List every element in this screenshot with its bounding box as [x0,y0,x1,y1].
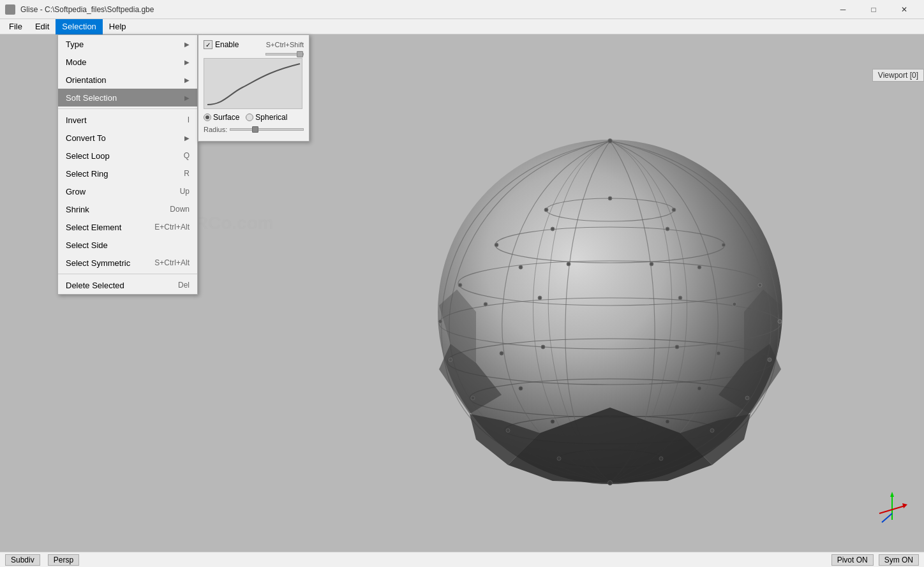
radius-slider-thumb[interactable] [252,126,258,133]
svg-point-24 [438,320,442,323]
enable-row: ✓ Enable S+Ctrl+Shift [204,40,304,49]
menu-orientation-label: Orientation [66,75,107,85]
menu-help[interactable]: Help [103,19,133,34]
menu-select-element[interactable]: Select Element E+Ctrl+Alt [58,218,197,236]
svg-point-42 [551,420,555,423]
radio-spherical[interactable]: Spherical [246,113,287,122]
close-button[interactable]: ✕ [890,0,919,19]
menu-convert-to-label: Convert To [66,133,106,143]
menu-edit[interactable]: Edit [29,19,56,34]
top-slider[interactable] [265,53,304,55]
svg-marker-49 [902,503,907,508]
viewport-label: Viewport [0] [872,69,924,82]
menu-type-label: Type [66,40,84,49]
svg-point-9 [608,138,613,143]
svg-point-13 [722,243,726,247]
svg-line-50 [882,513,892,522]
subdiv-button[interactable]: Subdiv [5,554,40,566]
radius-slider-row: Radius: [204,126,304,133]
menu-shrink-shortcut: Down [170,205,190,214]
radius-label: Radius: [204,126,227,133]
menu-mode-arrow: ▶ [184,59,190,66]
menu-selection[interactable]: Selection [56,19,102,34]
menu-mode-label: Mode [66,57,87,67]
menu-select-symmetric[interactable]: Select Symmetric S+Ctrl+Alt [58,254,197,272]
menu-select-loop-shortcut: Q [184,151,190,160]
svg-point-10 [672,208,676,212]
menu-select-ring-shortcut: R [184,169,190,178]
menubar: File Edit Selection Help [0,19,924,34]
svg-point-38 [519,387,523,390]
radio-spherical-label: Spherical [255,113,287,122]
titlebar: Glise - C:\Softpedia_files\Softpedia.gbe… [0,0,924,19]
svg-rect-51 [204,59,302,109]
curve-svg [204,59,302,109]
menu-select-ring[interactable]: Select Ring R [58,165,197,182]
svg-point-35 [745,396,749,400]
top-slider-thumb[interactable] [297,51,303,57]
svg-point-17 [758,283,762,287]
menu-select-loop[interactable]: Select Loop Q [58,147,197,165]
enable-checkbox[interactable]: ✓ [204,40,212,49]
menu-invert-label: Invert [66,115,87,125]
axis-widget [873,488,911,526]
menu-invert[interactable]: Invert I [58,111,197,129]
maximize-button[interactable]: □ [859,0,888,19]
minimize-button[interactable]: ─ [828,0,858,19]
svg-point-26 [484,302,488,306]
radio-surface-label: Surface [213,113,239,122]
svg-point-33 [675,345,679,349]
separator-1 [58,108,197,109]
radio-surface[interactable]: Surface [204,113,239,122]
soft-selection-panel: ✓ Enable S+Ctrl+Shift Surface Spherical … [198,34,309,142]
svg-point-23 [778,320,782,323]
svg-point-34 [541,345,545,349]
svg-point-37 [697,387,701,390]
svg-point-39 [710,429,714,432]
svg-point-28 [538,296,542,300]
persp-button[interactable]: Persp [48,554,79,566]
menu-grow-shortcut: Up [180,187,190,196]
menu-type[interactable]: Type ▶ [58,35,197,53]
svg-point-36 [471,396,475,400]
menu-convert-to[interactable]: Convert To ▶ [58,129,197,147]
separator-2 [58,274,197,274]
menu-select-symmetric-shortcut: S+Ctrl+Alt [154,258,190,267]
radio-spherical-circle[interactable] [246,114,253,121]
radio-row: Surface Spherical [204,113,304,122]
menu-grow[interactable]: Grow Up [58,182,197,200]
menu-delete-selected-label: Delete Selected [66,281,124,290]
svg-point-12 [608,196,612,200]
menu-convert-to-arrow: ▶ [184,135,190,142]
menu-file[interactable]: File [3,19,29,34]
svg-point-44 [557,457,561,460]
menu-orientation[interactable]: Orientation ▶ [58,71,197,89]
menu-mode[interactable]: Mode ▶ [58,53,197,71]
sym-on-button[interactable]: Sym ON [879,554,919,566]
svg-point-29 [768,358,771,362]
menu-orientation-arrow: ▶ [184,77,190,84]
menu-select-side-label: Select Side [66,240,108,250]
menu-invert-shortcut: I [188,115,190,124]
radius-slider[interactable] [230,128,304,131]
radio-surface-circle[interactable] [204,114,211,121]
menu-shrink-label: Shrink [66,205,89,214]
menu-select-element-label: Select Element [66,223,121,232]
titlebar-left: Glise - C:\Softpedia_files\Softpedia.gbe [5,4,154,15]
svg-point-31 [717,351,720,355]
titlebar-controls: ─ □ ✕ [828,0,919,19]
enable-label: Enable [215,40,239,49]
svg-point-19 [697,265,701,269]
menu-delete-selected[interactable]: Delete Selected Del [58,276,197,294]
menu-shrink[interactable]: Shrink Down [58,200,197,218]
sphere-svg [425,127,795,497]
pivot-on-button[interactable]: Pivot ON [831,554,874,566]
svg-point-40 [506,429,510,432]
svg-marker-47 [890,492,894,497]
menu-delete-selected-shortcut: Del [178,281,190,290]
menu-soft-selection[interactable]: Soft Selection ▶ [58,89,197,107]
svg-point-22 [567,262,570,266]
menu-soft-selection-label: Soft Selection [66,93,117,103]
svg-point-20 [519,265,523,269]
menu-select-side[interactable]: Select Side [58,236,197,254]
